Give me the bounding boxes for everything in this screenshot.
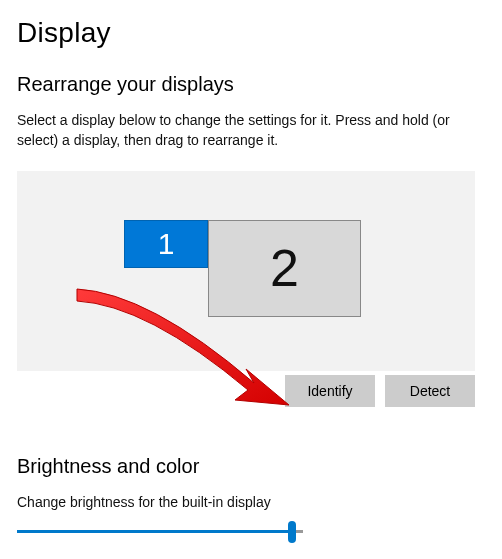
rearrange-heading: Rearrange your displays — [0, 49, 502, 96]
slider-track-fill — [17, 530, 292, 533]
display-number-1: 1 — [158, 227, 175, 261]
brightness-heading: Brightness and color — [0, 407, 502, 478]
identify-button[interactable]: Identify — [285, 375, 375, 407]
brightness-slider-label: Change brightness for the built-in displ… — [0, 478, 502, 510]
display-arrange-panel[interactable]: 1 2 — [17, 171, 475, 371]
display-actions-row: Identify Detect — [17, 375, 475, 407]
display-box-2[interactable]: 2 — [208, 220, 361, 317]
page-title: Display — [0, 0, 502, 49]
rearrange-subtext: Select a display below to change the set… — [0, 96, 502, 151]
detect-button[interactable]: Detect — [385, 375, 475, 407]
slider-thumb[interactable] — [288, 521, 296, 543]
brightness-slider[interactable] — [17, 520, 303, 544]
display-number-2: 2 — [270, 238, 299, 298]
display-box-1[interactable]: 1 — [124, 220, 208, 268]
